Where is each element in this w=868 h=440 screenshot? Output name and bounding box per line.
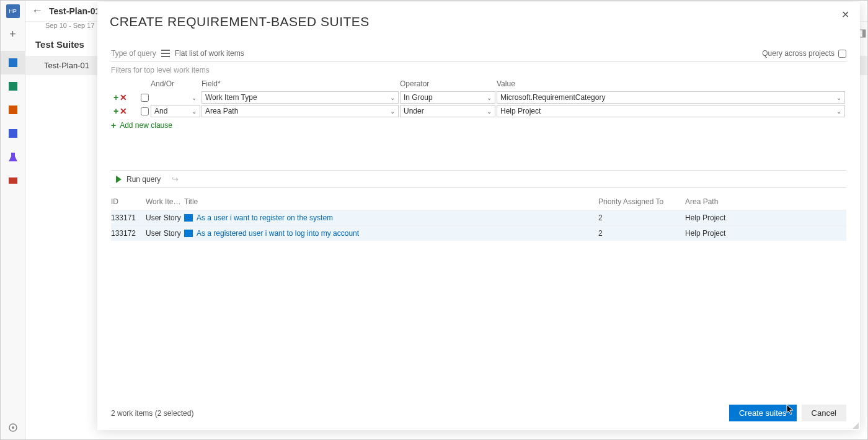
dialog-title: CREATE REQUIREMENT-BASED SUITES (97, 2, 860, 37)
svg-rect-1 (9, 82, 17, 91)
nav-item-artifacts[interactable] (1, 169, 25, 192)
value-dropdown[interactable]: Help Project⌄ (497, 105, 845, 117)
svg-rect-9 (161, 50, 170, 51)
nav-item-repos[interactable] (1, 98, 25, 122)
cell-area: Help Project (685, 229, 846, 238)
insert-clause-icon[interactable]: + (113, 92, 118, 102)
svg-rect-13 (184, 230, 193, 237)
svg-rect-11 (161, 56, 170, 57)
resize-grip[interactable] (851, 421, 859, 429)
chevron-down-icon: ⌄ (192, 108, 197, 115)
svg-rect-2 (9, 106, 17, 114)
user-story-icon (184, 230, 193, 237)
col-andor: And/Or (151, 79, 202, 88)
add-icon[interactable]: + (9, 28, 16, 41)
value-dropdown[interactable]: Microsoft.RequirementCategory⌄ (497, 91, 845, 104)
run-query-button[interactable]: Run query (126, 175, 161, 184)
dashboards-icon (7, 57, 19, 68)
field-dropdown[interactable]: Area Path⌄ (202, 105, 399, 117)
operator-dropdown[interactable]: Under⌄ (400, 105, 495, 117)
remove-clause-icon[interactable]: ✕ (120, 106, 127, 116)
chevron-down-icon: ⌄ (192, 94, 197, 101)
result-row[interactable]: 133172 User Story As a registered user i… (111, 225, 846, 241)
chevron-down-icon: ⌄ (487, 94, 492, 101)
cell-priority: 2 (598, 213, 623, 222)
svg-rect-3 (9, 129, 17, 138)
page-title: Test-Plan-01 (49, 6, 100, 16)
nav-item-dashboards[interactable] (1, 51, 25, 74)
chevron-down-icon: ⌄ (836, 94, 841, 101)
filters-label: Filters for top level work items (111, 62, 846, 77)
nav-item-boards[interactable] (1, 74, 25, 98)
result-row[interactable]: 133171 User Story As a user i want to re… (111, 210, 846, 225)
create-suites-dialog: ✕ CREATE REQUIREMENT-BASED SUITES Type o… (97, 2, 860, 430)
flat-list-icon (161, 50, 170, 57)
chevron-down-icon: ⌄ (390, 108, 395, 115)
query-across-checkbox[interactable] (838, 50, 846, 58)
cell-wit: User Story (146, 229, 184, 238)
chevron-down-icon: ⌄ (836, 108, 841, 115)
col-assigned: Assigned To (623, 197, 685, 206)
col-work-item-type: Work Item... (146, 197, 184, 206)
artifacts-icon (7, 175, 19, 186)
query-type-value: Flat list of work items (175, 49, 244, 58)
col-field: Field* (202, 79, 400, 88)
svg-rect-4 (9, 177, 17, 184)
plus-icon: + (111, 120, 116, 130)
cell-area: Help Project (685, 213, 846, 222)
run-query-icon[interactable] (116, 176, 122, 183)
clause-checkbox[interactable] (141, 107, 149, 115)
field-dropdown[interactable]: Work Item Type⌄ (202, 91, 399, 104)
cell-wit: User Story (146, 213, 184, 222)
andor-dropdown[interactable]: And⌄ (151, 105, 200, 117)
col-priority: Priority (598, 197, 623, 206)
project-badge[interactable]: HP (6, 4, 20, 18)
cell-id: 133171 (111, 213, 146, 222)
svg-rect-10 (161, 53, 170, 54)
settings-icon[interactable] (1, 416, 25, 439)
create-suites-button[interactable]: Create suites (729, 405, 797, 421)
cancel-button[interactable]: Cancel (802, 405, 846, 421)
work-item-link[interactable]: As a registered user i want to log into … (197, 229, 359, 238)
add-clause-label: Add new clause (120, 121, 172, 130)
query-across-projects[interactable]: Query across projects (762, 49, 846, 58)
col-operator: Operator (400, 79, 497, 88)
svg-rect-8 (862, 30, 866, 37)
repos-icon (7, 104, 19, 115)
chevron-down-icon: ⌄ (390, 94, 395, 101)
boards-icon (7, 81, 19, 92)
query-across-label: Query across projects (762, 49, 835, 58)
svg-rect-0 (9, 58, 17, 67)
cell-id: 133172 (111, 229, 146, 238)
user-story-icon (184, 214, 193, 222)
col-title: Title (184, 197, 598, 206)
left-nav-rail: HP + (1, 1, 25, 439)
query-type-label: Type of query (111, 49, 156, 58)
svg-rect-12 (184, 214, 193, 222)
col-value: Value (497, 79, 846, 88)
redo-icon[interactable]: ↪ (172, 174, 179, 184)
col-area: Area Path (685, 197, 846, 206)
col-id: ID (111, 197, 146, 206)
test-plans-icon (7, 151, 19, 163)
operator-dropdown[interactable]: In Group⌄ (400, 91, 495, 104)
chevron-down-icon: ⌄ (487, 108, 492, 115)
cell-priority: 2 (598, 229, 623, 238)
svg-point-6 (12, 426, 14, 429)
remove-clause-icon[interactable]: ✕ (120, 92, 127, 102)
nav-item-test-plans[interactable] (1, 145, 25, 169)
work-item-link[interactable]: As a user i want to register on the syst… (197, 213, 333, 222)
clause-row: + ✕ ⌄ Work Item Type⌄ In Group⌄ Microsof… (111, 91, 846, 104)
clause-checkbox[interactable] (141, 94, 149, 102)
selection-status: 2 work items (2 selected) (111, 409, 193, 418)
back-arrow-icon[interactable]: ← (32, 4, 43, 17)
close-icon[interactable]: ✕ (838, 7, 852, 22)
add-new-clause[interactable]: + Add new clause (111, 120, 846, 130)
pipelines-icon (7, 128, 19, 139)
clause-row: + ✕ And⌄ Area Path⌄ Under⌄ Help Project⌄ (111, 104, 846, 118)
nav-item-pipelines[interactable] (1, 122, 25, 145)
insert-clause-icon[interactable]: + (113, 106, 118, 116)
andor-dropdown[interactable]: ⌄ (151, 91, 200, 104)
